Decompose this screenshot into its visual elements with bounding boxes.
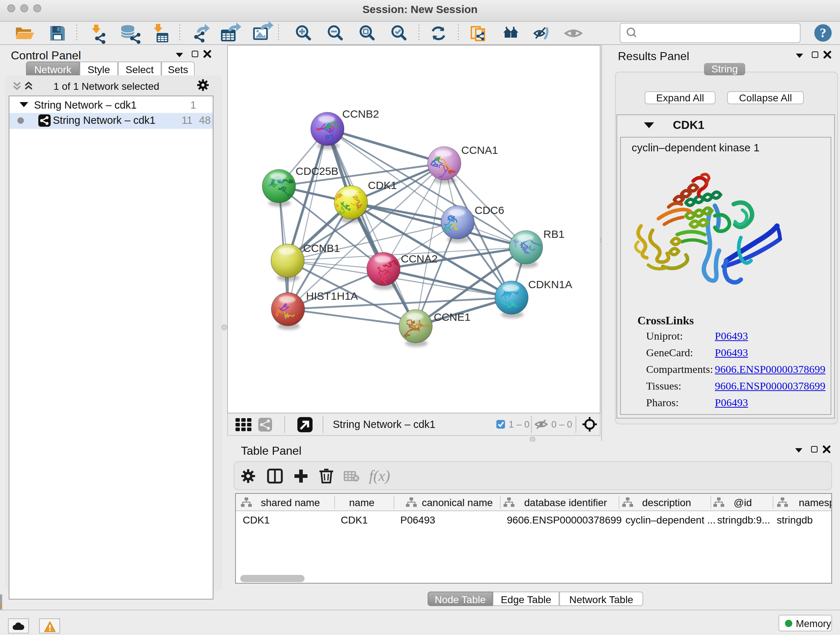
svg-text:CCNA2: CCNA2 xyxy=(401,253,438,264)
svg-text:?: ? xyxy=(820,26,826,40)
svg-text:CDC6: CDC6 xyxy=(475,204,504,216)
svg-text:CCNE1: CCNE1 xyxy=(434,311,471,323)
svg-text:CCNB2: CCNB2 xyxy=(342,108,379,120)
svg-text:f(x): f(x) xyxy=(369,467,390,485)
svg-text:CDKN1A: CDKN1A xyxy=(528,279,572,290)
svg-text:String Network – cdk1: String Network – cdk1 xyxy=(333,418,436,430)
svg-text:RB1: RB1 xyxy=(543,228,564,240)
svg-text:0 – 0: 0 – 0 xyxy=(551,419,572,430)
svg-text:CDK1: CDK1 xyxy=(368,179,397,191)
svg-text:1 – 0: 1 – 0 xyxy=(508,419,530,430)
svg-text:CDC25B: CDC25B xyxy=(295,165,338,177)
svg-text:CCNB1: CCNB1 xyxy=(303,242,340,254)
svg-text:HIST1H1A: HIST1H1A xyxy=(306,290,358,302)
svg-text:CCNA1: CCNA1 xyxy=(461,144,498,156)
